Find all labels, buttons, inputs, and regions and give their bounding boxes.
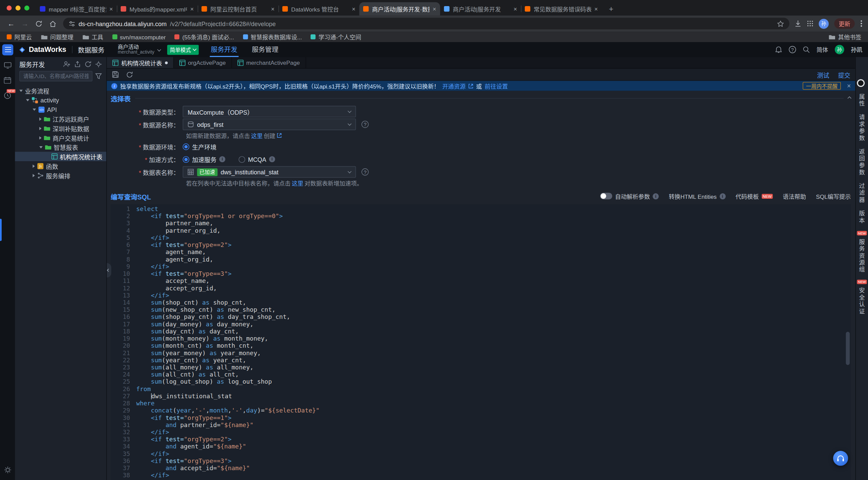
chevron-down-icon[interactable] bbox=[39, 146, 43, 148]
gear-icon[interactable] bbox=[4, 466, 11, 474]
bookmark-item[interactable]: 智慧报表数据库设... bbox=[243, 33, 302, 41]
tree-item[interactable]: 服务编排 bbox=[15, 171, 106, 180]
site-info-icon[interactable] bbox=[68, 21, 75, 26]
syntax-help-link[interactable]: 语法帮助 bbox=[783, 192, 806, 200]
language-switch[interactable]: 简体 bbox=[816, 45, 828, 54]
chevron-right-icon[interactable] bbox=[39, 127, 42, 130]
refresh-icon[interactable] bbox=[85, 61, 92, 68]
settings-icon[interactable] bbox=[95, 61, 102, 68]
info-icon[interactable]: i bbox=[719, 193, 726, 199]
forward-button[interactable]: → bbox=[19, 18, 31, 29]
mode-badge[interactable]: 简单模式 bbox=[167, 44, 199, 54]
bookmark-star-icon[interactable] bbox=[777, 20, 784, 27]
avatar[interactable]: 孙 bbox=[835, 45, 844, 54]
tree-item[interactable]: 江苏远跃商户 bbox=[15, 114, 106, 123]
right-panel-tab[interactable]: 返回参数 bbox=[858, 149, 866, 176]
workbench-icon[interactable] bbox=[4, 62, 12, 69]
create-datasource-link[interactable]: 这里 bbox=[251, 131, 262, 139]
help-icon[interactable]: ? bbox=[789, 46, 796, 53]
bookmark-item[interactable]: 阿里云 bbox=[7, 33, 32, 41]
floating-record-widget[interactable] bbox=[857, 79, 865, 87]
info-icon[interactable]: i bbox=[269, 156, 275, 162]
window-zoom-button[interactable] bbox=[24, 5, 29, 11]
table-name-select[interactable]: 已加速 dws_institutional_stat bbox=[183, 166, 356, 178]
radio-unselected[interactable] bbox=[239, 156, 245, 163]
search-input[interactable] bbox=[19, 71, 93, 81]
tab-close-icon[interactable]: × bbox=[513, 5, 517, 12]
new-tab-button[interactable]: + bbox=[605, 3, 617, 15]
add-acceleration-link[interactable]: 这里 bbox=[292, 179, 303, 187]
browser-update-button[interactable]: 更新 bbox=[834, 18, 854, 29]
code-template-link[interactable]: 代码模板 bbox=[735, 192, 759, 200]
editor-tab[interactable]: 机构情况统计表 bbox=[107, 57, 174, 68]
tree-item[interactable]: activity bbox=[15, 95, 106, 105]
tab-close-icon[interactable]: × bbox=[594, 5, 598, 12]
tree-item[interactable]: 深圳补贴数据 bbox=[15, 123, 106, 133]
chevron-right-icon[interactable] bbox=[33, 174, 35, 177]
accel-option-service[interactable]: 加速服务 i bbox=[183, 155, 225, 164]
nav-tab-active[interactable]: 服务开发 bbox=[210, 42, 239, 57]
other-bookmarks[interactable]: 其他书签 bbox=[829, 33, 861, 41]
accel-option-mcqa[interactable]: MCQA i bbox=[239, 156, 275, 163]
save-icon[interactable] bbox=[112, 71, 119, 78]
env-option[interactable]: 生产环境 bbox=[183, 142, 217, 151]
bell-icon[interactable] bbox=[775, 46, 782, 53]
reload-button[interactable] bbox=[33, 18, 44, 29]
right-panel-tab[interactable]: 服务资源组 bbox=[858, 238, 866, 273]
tree-item[interactable]: fx函数 bbox=[15, 161, 106, 171]
bookmark-item[interactable]: svn/maxcomputer bbox=[112, 34, 166, 40]
editor-tab[interactable]: orgActivePage bbox=[174, 57, 232, 68]
history-icon[interactable]: NEW bbox=[4, 92, 11, 99]
browser-tab[interactable]: 商户活动|服务开发·数据服务...× bbox=[359, 2, 440, 16]
window-minimize-button[interactable] bbox=[16, 5, 21, 11]
bookmark-item[interactable]: 问题整理 bbox=[41, 33, 73, 41]
bookmark-item[interactable]: 学习通-个人空间 bbox=[311, 33, 361, 41]
tree-item[interactable]: 智慧报表 bbox=[15, 142, 106, 152]
right-panel-tab[interactable]: 安全认证 bbox=[858, 287, 866, 315]
datasource-type-select[interactable]: MaxCompute（ODPS） bbox=[183, 106, 356, 117]
calendar-icon[interactable] bbox=[4, 77, 11, 84]
right-panel-tab[interactable]: 版本 bbox=[858, 210, 866, 224]
editor-scrollbar[interactable] bbox=[846, 332, 850, 365]
tab-close-icon[interactable]: × bbox=[190, 5, 194, 12]
datasource-name-select[interactable]: odps_first bbox=[183, 118, 356, 130]
submit-button[interactable]: 提交 bbox=[838, 70, 850, 79]
chevron-right-icon[interactable] bbox=[39, 136, 42, 139]
user-add-icon[interactable] bbox=[63, 61, 70, 68]
right-panel-tab[interactable]: 过滤器 bbox=[858, 183, 866, 204]
browser-tab[interactable]: 常见数据服务错误码表及语义_...× bbox=[521, 2, 601, 16]
collapse-icon[interactable] bbox=[848, 96, 852, 100]
browser-menu-icon[interactable] bbox=[860, 20, 863, 27]
panel-collapse-handle[interactable] bbox=[107, 263, 111, 277]
chevron-down-icon[interactable] bbox=[19, 90, 23, 92]
info-icon[interactable]: i bbox=[219, 156, 225, 162]
browser-tab[interactable]: mapper if标签_百度搜索× bbox=[36, 2, 117, 16]
browser-tab[interactable]: DataWorks 管控台× bbox=[278, 2, 359, 16]
tree-item[interactable]: 商户交易统计 bbox=[15, 133, 106, 142]
bookmark-item[interactable]: (55条消息) 面试必... bbox=[175, 33, 234, 41]
product-menu-button[interactable] bbox=[2, 44, 14, 55]
open-resource-link[interactable]: 开通资源 bbox=[442, 82, 466, 90]
back-button[interactable]: ← bbox=[5, 18, 17, 29]
dismiss-week-button[interactable]: 一周内不提醒 bbox=[803, 82, 841, 90]
home-button[interactable] bbox=[47, 18, 58, 29]
nav-tab-inactive[interactable]: 服务管理 bbox=[251, 42, 279, 57]
chevron-down-icon[interactable] bbox=[26, 99, 29, 101]
tab-close-icon[interactable]: × bbox=[271, 5, 275, 12]
chevron-right-icon[interactable] bbox=[33, 164, 35, 168]
close-icon[interactable]: × bbox=[847, 82, 851, 90]
tree-item[interactable]: </>API bbox=[15, 105, 106, 114]
tab-close-icon[interactable]: × bbox=[110, 5, 113, 12]
browser-tab[interactable]: 商户活动|服务开发× bbox=[440, 2, 521, 16]
browser-tab[interactable]: Mybatis的mapper.xml中if标签...× bbox=[117, 2, 197, 16]
tab-close-icon[interactable]: × bbox=[352, 5, 356, 12]
project-selector[interactable]: 商户活动 merchant_activity bbox=[118, 44, 160, 55]
browser-tab[interactable]: 阿里云控制台首页× bbox=[198, 2, 278, 16]
tab-close-icon[interactable]: × bbox=[433, 5, 436, 12]
filter-icon[interactable] bbox=[95, 73, 102, 79]
radio-selected[interactable] bbox=[183, 143, 190, 150]
tree-item[interactable]: 机构情况统计表 bbox=[15, 152, 106, 161]
bookmark-item[interactable]: 工具 bbox=[82, 33, 103, 41]
test-button[interactable]: 测试 bbox=[817, 70, 829, 79]
right-panel-tab[interactable]: 属性 bbox=[858, 94, 866, 108]
